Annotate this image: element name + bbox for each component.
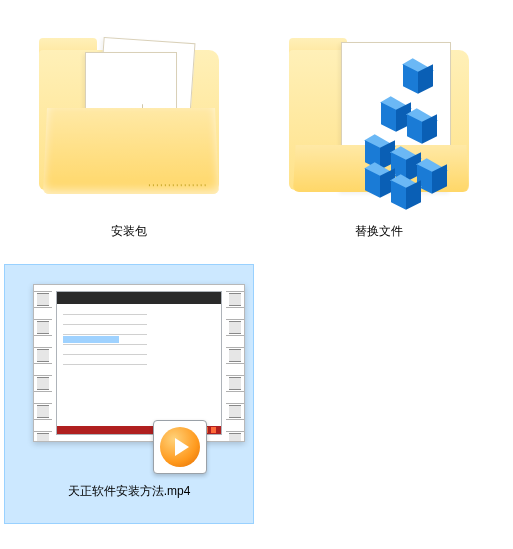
item-label: 天正软件安装方法.mp4 <box>68 483 191 500</box>
play-overlay-icon <box>153 420 207 474</box>
video-item-install-guide[interactable]: 天正软件安装方法.mp4 <box>4 264 254 524</box>
video-icon <box>29 277 229 477</box>
folder-item-replace[interactable]: 替换文件 <box>254 4 504 264</box>
folder-icon <box>29 17 229 217</box>
item-label: 替换文件 <box>355 223 403 240</box>
item-label: 安装包 <box>111 223 147 240</box>
folder-item-installer[interactable]: 安装包 <box>4 4 254 264</box>
file-grid: 安装包 替换文件 <box>0 0 513 524</box>
folder-icon <box>279 17 479 217</box>
